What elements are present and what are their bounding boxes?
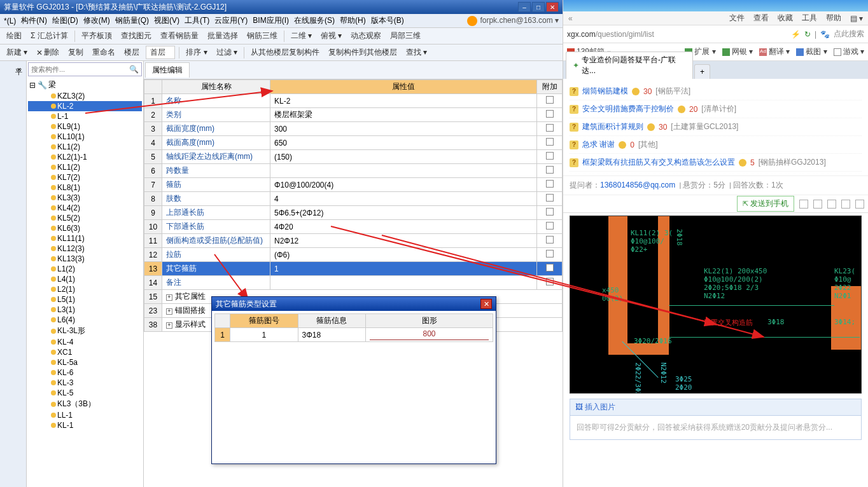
tree-item[interactable]: KL2(1)-1 — [28, 152, 142, 162]
menu-item[interactable]: *(L) — [4, 17, 16, 25]
address-bar[interactable]: xgx.com/question/giml/list ⚡ ↻ | 🐾 点此搜索 — [563, 25, 868, 43]
tool-sort[interactable]: 排序 ▾ — [183, 46, 209, 59]
bmenu[interactable]: 帮助 — [826, 13, 841, 24]
tool-batch[interactable]: 批量选择 — [205, 29, 241, 43]
tree-item[interactable]: KL12(3) — [28, 244, 142, 254]
insert-image-button[interactable]: 🖼 插入图片 — [570, 399, 861, 416]
bmenu[interactable]: 查看 — [753, 13, 769, 24]
tree-item[interactable]: KL1(2) — [28, 142, 142, 152]
question-item[interactable]: ?急求 谢谢 0 [其他] — [570, 136, 862, 154]
save-icon[interactable] — [827, 200, 836, 209]
tool-align[interactable]: 平齐板顶 — [79, 29, 115, 43]
tree-item[interactable]: L2(1) — [28, 284, 142, 294]
property-row[interactable]: 7箍筋Φ10@100/200(4) — [144, 178, 563, 192]
asker-link[interactable]: 1368014856@qq.com — [600, 181, 675, 189]
tree-item[interactable]: KL-6 — [28, 367, 142, 378]
property-row[interactable]: 11侧面构造或受扭筋(总配筋值)N2Φ12 — [144, 234, 563, 248]
browser-tab[interactable]: ✦专业造价问题答疑平台-广联达... — [566, 51, 693, 79]
tree-item[interactable]: KL3(3) — [28, 193, 142, 203]
property-row[interactable]: 9上部通长筋5Φ6.5+(2Φ12) — [144, 206, 563, 220]
refresh-icon[interactable]: ↻ — [804, 30, 811, 39]
tree-item[interactable]: KL-2 — [28, 101, 142, 111]
tree-item[interactable]: L4(1) — [28, 274, 142, 284]
tool-local3d[interactable]: 局部三维 — [388, 29, 423, 43]
expand-icon[interactable] — [813, 200, 822, 209]
tree-item[interactable]: L3(1) — [28, 305, 142, 315]
flash-icon[interactable]: ⚡ — [791, 30, 801, 39]
property-row[interactable]: 4截面高度(mm)650 — [144, 136, 563, 150]
tree-item[interactable]: KL-5 — [28, 388, 142, 398]
tool-sum[interactable]: Σ 汇总计算 — [28, 29, 71, 43]
tree-search[interactable]: 🔍 — [28, 62, 142, 76]
tree-item[interactable]: KL11(1) — [28, 233, 142, 244]
tree-item[interactable]: KL7(2) — [28, 172, 142, 182]
property-row[interactable]: 5轴线距梁左边线距离(mm)(150) — [144, 150, 563, 164]
floor-select[interactable]: 首层 — [146, 46, 175, 59]
fav-game[interactable]: 游戏 ▾ — [834, 46, 864, 57]
cloud-icon[interactable] — [799, 200, 808, 209]
component-tree[interactable]: ⊟ 🔧 梁 KZL3(2)KL-2L-1KL9(1)KL10(1)KL1(2)K… — [27, 78, 143, 487]
tool-copy[interactable]: 复制 — [66, 46, 86, 59]
stirrup-row[interactable]: 1 1 3Φ18 800 — [215, 328, 493, 342]
tool-2d[interactable]: 二维 ▾ — [288, 29, 314, 43]
property-row[interactable]: 10下部通长筋4Φ20 — [144, 220, 563, 234]
question-item[interactable]: ?框架梁既有抗扭筋又有交叉构造筋该怎么设置 5 [钢筋抽样GGJ2013] — [570, 154, 862, 172]
property-table[interactable]: 属性名称 属性值 附加 1名称KL-22类别楼层框架梁3截面宽度(mm)3004… — [144, 79, 563, 332]
tree-item[interactable]: KL-1 — [28, 420, 142, 430]
close-button[interactable]: ✕ — [546, 2, 559, 12]
fav-translate[interactable]: Ad翻译 ▾ — [759, 46, 790, 57]
menu-item[interactable]: 修改(M) — [83, 15, 110, 26]
menu-item[interactable]: BIM应用(I) — [253, 15, 289, 26]
tree-item[interactable]: KL-5a — [28, 357, 142, 367]
stirrup-table[interactable]: 箍筋图号 箍筋信息 图形 1 1 3Φ18 800 — [214, 313, 493, 342]
property-row[interactable]: 3截面宽度(mm)300 — [144, 122, 563, 136]
tool-view-rebar[interactable]: 查看钢筋量 — [158, 29, 201, 43]
share-icon[interactable] — [841, 200, 850, 209]
property-row[interactable]: 6跨数量 — [144, 164, 563, 178]
question-item[interactable]: ?烟筒钢筋建模 30 [钢筋平法] — [570, 83, 862, 100]
maximize-button[interactable]: □ — [532, 2, 545, 12]
tree-item[interactable]: KL-3L形 — [28, 325, 142, 337]
tree-item[interactable]: L1(2) — [28, 264, 142, 274]
tab-properties[interactable]: 属性编辑 — [145, 62, 190, 78]
bmenu[interactable]: 工具 — [802, 13, 817, 24]
question-item[interactable]: ?安全文明措施费高于控制价 20 [清单计价] — [570, 100, 862, 118]
menu-item[interactable]: 工具(T) — [185, 15, 209, 26]
tree-item[interactable]: KL-3 — [28, 378, 142, 388]
menu-item[interactable]: 视图(V) — [154, 15, 179, 26]
tool-orbit[interactable]: 动态观察 — [348, 29, 384, 43]
tree-item[interactable]: KL10(1) — [28, 132, 142, 142]
dialog-close-button[interactable]: ✕ — [480, 299, 492, 309]
property-row[interactable]: 1名称KL-2 — [144, 94, 563, 108]
new-tab-button[interactable]: + — [694, 64, 710, 79]
fav-screenshot[interactable]: 截图 ▾ — [796, 46, 827, 57]
tool-find[interactable]: 查找图元 — [118, 29, 154, 43]
tree-item[interactable]: LL-1 — [28, 410, 142, 420]
minimize-button[interactable]: – — [518, 2, 531, 12]
bmenu[interactable]: 文件 — [729, 13, 745, 24]
user-label[interactable]: forpk.chen@163.com ▾ — [467, 16, 559, 26]
tool-3d[interactable]: 钢筋三维 — [244, 29, 280, 43]
menu-item[interactable]: 绘图(D) — [52, 15, 78, 26]
tree-item[interactable]: KL3（3B） — [28, 398, 142, 410]
menu-item[interactable]: 在线服务(S) — [294, 15, 335, 26]
property-row[interactable]: 12拉筋(Φ6) — [144, 248, 563, 262]
tree-item[interactable]: KL1(2) — [28, 162, 142, 172]
property-row[interactable]: 13其它箍筋1 — [144, 262, 563, 276]
tree-item[interactable]: KL6(3) — [28, 223, 142, 233]
tree-item[interactable]: KL-4 — [28, 337, 142, 347]
tree-item[interactable]: KL5(2) — [28, 213, 142, 223]
search-icon[interactable]: 🔍 — [129, 65, 139, 74]
tool-filter[interactable]: 过滤 ▾ — [214, 46, 240, 59]
answer-textarea[interactable]: 回答即可得2分贡献分，回答被采纳获得系统赠送20贡献分及提问者悬赏分... — [570, 416, 861, 439]
property-row[interactable]: 8肢数4 — [144, 192, 563, 206]
tool-search[interactable]: 查找 ▾ — [403, 46, 430, 59]
tool-top[interactable]: 俯视 ▾ — [318, 29, 344, 43]
tree-item[interactable]: KL13(3) — [28, 254, 142, 264]
tree-root[interactable]: ⊟ 🔧 梁 — [28, 79, 142, 91]
bmenu[interactable]: 收藏 — [778, 13, 793, 24]
tool-rename[interactable]: 重命名 — [90, 46, 118, 59]
send-to-phone[interactable]: ⇱ 发送到手机 — [737, 196, 794, 212]
bmenu-more[interactable]: ▤ ▾ — [850, 14, 863, 23]
property-row[interactable]: 14备注 — [144, 276, 563, 290]
